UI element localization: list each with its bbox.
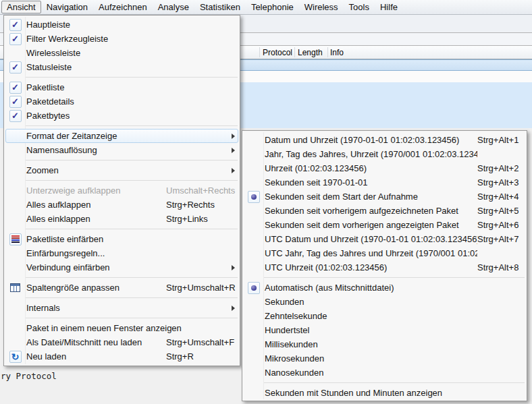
menu-item-label: Sekunden seit dem vorherigen angezeigten… [263,220,477,230]
menu-item-paket-in-neuem-fenster[interactable]: Paket in einem neuen Fenster anzeigen [5,321,238,335]
menu-item-shortcut: Strg+Alt+3 [477,177,521,187]
menubar-item-ansicht[interactable]: Ansicht [1,1,41,13]
menubar-item-tools[interactable]: Tools [344,1,375,13]
column-divider[interactable] [294,47,295,57]
menubar-item-telephonie[interactable]: Telephonie [246,1,299,13]
menu-item-einfaerbungsregeln[interactable]: Einfärbungsregeln... [5,246,238,260]
radio-selected-icon [248,191,260,203]
submenu-item-datum-und-uhrzeit[interactable]: Datum und Uhrzeit (1970-01-01 01:02:03.1… [244,133,525,147]
arrow-spacer [230,353,238,361]
menu-item-als-datei-mitschnitt-neu-laden[interactable]: Als Datei/Mitschnitt neu laden Strg+Umsc… [5,335,238,349]
submenu-item-sekunden[interactable]: Sekunden [244,295,525,309]
checkmark-icon: ✓ [9,110,22,122]
submenu-item-utc-datum-und-uhrzeit[interactable]: UTC Datum und Uhrzeit (1970-01-01 01:02:… [244,232,525,246]
menu-item-label: Namensauflösung [24,145,166,155]
menubar-item-wireless[interactable]: Wireless [299,1,344,13]
menu-item-statusleiste[interactable]: ✓ Statusleiste [5,60,238,74]
arrow-spacer [230,201,238,209]
menu-item-shortcut: Strg+R [166,351,230,362]
menubar-item-aufzeichnen[interactable]: Aufzeichnen [93,1,153,13]
gutter: ✓ [6,110,24,122]
menubar-item-label: Navigation [47,2,88,12]
submenu-item-sekunden-seit-vorherigem-aufgezeichneten-paket[interactable]: Sekunden seit vorherigem aufgezeichneten… [244,204,525,218]
menubar-item-analyse[interactable]: Analyse [153,1,194,13]
menu-item-paketliste[interactable]: ✓ Paketliste [5,80,238,94]
submenu-item-nanosekunden[interactable]: Nanosekunden [244,366,525,380]
menu-item-label: Alles einklappen [24,214,166,224]
submenu-item-utc-jahr-tag-des-jahres-und-uhrzeit[interactable]: UTC Jahr, Tag des Jahres und Uhrzeit (19… [244,246,525,260]
menu-item-alles-einklappen[interactable]: Alles einklappen Strg+Links [5,212,238,226]
menu-separator [25,297,238,298]
menu-item-verbindung-einfaerben[interactable]: Verbindung einfärben [5,260,238,275]
menu-item-label: Verbindung einfärben [24,262,166,272]
submenu-item-mikrosekunden[interactable]: Mikrosekunden [244,351,525,366]
submenu-item-sekunden-mit-stunden-und-minuten[interactable]: Sekunden mit Stunden und Minuten anzeige… [244,386,525,400]
menu-item-label: Sekunden [263,297,477,307]
menu-item-label: Einfärbungsregeln... [24,248,238,258]
menubar-item-navigation[interactable]: Navigation [41,1,93,13]
column-divider[interactable] [327,47,328,57]
submenu-item-jahr-tag-des-jahres-uhrzeit[interactable]: Jahr, Tag des Jahres, Uhrzeit (1970/001 … [244,147,525,161]
submenu-item-sekunden-seit-1970[interactable]: Sekunden seit 1970-01-01 Strg+Alt+3 [244,175,525,190]
menu-item-label: Filter Werkzeugleiste [24,34,238,44]
menu-item-shortcut: Strg+Umschalt+R [166,283,230,293]
menu-item-paketdetails[interactable]: ✓ Paketdetails [5,94,238,109]
menu-item-format-der-zeitanzeige[interactable]: Format der Zeitanzeige [5,129,238,143]
menu-item-label: Paket in einem neuen Fenster anzeigen [24,323,238,333]
menu-item-internals[interactable]: Internals [5,301,238,315]
menu-item-label: Spaltengröße anpassen [24,283,166,293]
menu-item-label: Jahr, Tag des Jahres, Uhrzeit (1970/001 … [263,149,477,159]
menu-item-label: Sekunden seit 1970-01-01 [263,177,477,187]
menu-item-label: Uhrzeit (01:02:03.123456) [263,163,477,173]
checkmark-glyph: ✓ [11,34,19,43]
menu-item-label: Hauptleiste [24,20,238,30]
menu-separator [263,382,525,383]
menu-item-filter-werkzeugleiste[interactable]: ✓ Filter Werkzeugleiste [5,32,238,46]
menu-item-shortcut: Strg+Links [166,214,230,224]
menu-item-shortcut: Strg+Alt+7 [477,234,521,244]
column-header-length[interactable]: Length [298,48,323,57]
menu-separator [25,277,238,278]
menu-item-label: Sekunden seit dem Start der Aufnahme [263,192,477,202]
arrow-spacer [230,187,238,195]
menu-item-label: Millisekunden [263,339,477,349]
menu-item-spaltengroesse-anpassen[interactable]: Spaltengröße anpassen Strg+Umschalt+R [5,281,238,295]
gutter: ✓ [6,33,24,45]
menu-item-label: Sekunden seit vorherigem aufgezeichneten… [263,206,477,216]
menu-item-wirelessleiste[interactable]: Wirelessleiste [5,46,238,60]
submenu-item-millisekunden[interactable]: Millisekunden [244,337,525,351]
menubar-item-label: Tools [349,2,369,12]
column-header-info[interactable]: Info [330,48,344,57]
gutter: ✓ [6,82,24,94]
menu-separator [25,229,238,229]
submenu-arrow-icon [230,264,238,272]
menu-item-shortcut: Strg+Rechts [166,200,230,210]
submenu-arrow-icon [230,146,238,154]
menu-item-paketbytes[interactable]: ✓ Paketbytes [5,109,238,123]
menu-item-zoomen[interactable]: Zoomen [5,163,238,177]
menu-item-unterzweige-aufklappen[interactable]: Unterzweige aufklappen Umschalt+Rechts [5,183,238,198]
submenu-item-sekunden-seit-vorherigem-angezeigten-paket[interactable]: Sekunden seit dem vorherigen angezeigten… [244,218,525,232]
wireshark-window: Ansicht Navigation Aufzeichnen Analyse S… [0,0,532,404]
menu-separator [25,77,238,78]
menu-item-label: Mikrosekunden [263,353,477,364]
menu-item-label: Paketbytes [24,111,238,121]
menubar-item-statistiken[interactable]: Statistiken [194,1,246,13]
column-divider[interactable] [259,47,260,57]
submenu-item-hundertstel[interactable]: Hundertstel [244,323,525,337]
submenu-item-sekunden-seit-aufnahmestart[interactable]: Sekunden seit dem Start der Aufnahme Str… [244,190,525,204]
menu-item-neu-laden[interactable]: ↻ Neu laden Strg+R [5,349,238,364]
checkmark-icon: ✓ [9,19,22,31]
menu-item-alles-aufklappen[interactable]: Alles aufklappen Strg+Rechts [5,198,238,212]
submenu-item-utc-uhrzeit[interactable]: UTC Uhrzeit (01:02:03.123456) Strg+Alt+8 [244,260,525,275]
submenu-item-zehntelsekunde[interactable]: Zehntelsekunde [244,309,525,323]
menu-item-label: UTC Datum und Uhrzeit (1970-01-01 01:02:… [263,234,477,244]
column-header-protocol[interactable]: Protocol [263,48,292,57]
menu-item-paketliste-einfaerben[interactable]: Paketliste einfärben [5,232,238,246]
menu-item-namensaufloesung[interactable]: Namensauflösung [5,143,238,157]
menu-item-hauptleiste[interactable]: ✓ Hauptleiste [5,18,238,32]
submenu-item-uhrzeit[interactable]: Uhrzeit (01:02:03.123456) Strg+Alt+2 [244,161,525,175]
menu-item-label: Hundertstel [263,325,477,335]
submenu-item-automatisch[interactable]: Automatisch (aus Mitschnittdatei) [244,281,525,295]
menubar-item-hilfe[interactable]: Hilfe [375,1,403,13]
